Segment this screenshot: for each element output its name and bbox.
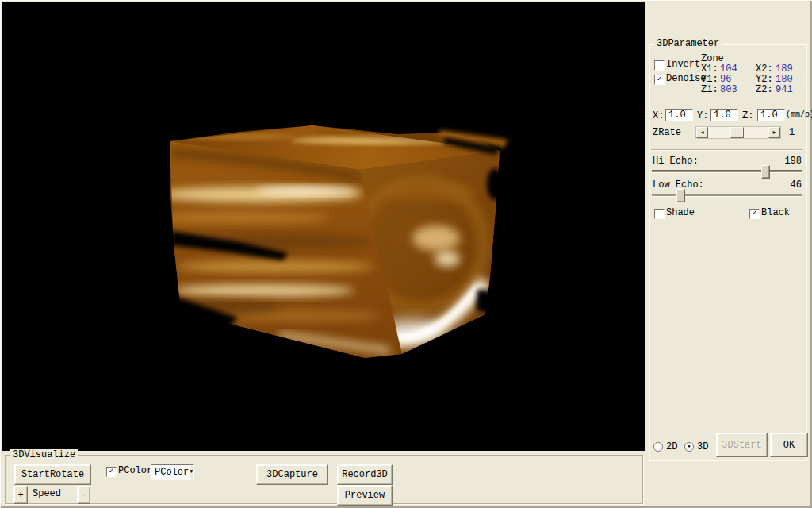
z-scale-label: Z: bbox=[742, 111, 753, 121]
parameter-group-title: 3DParameter bbox=[654, 38, 722, 49]
visualize-groupbox: 3DVisualize StartRotate + Speed - ✓ PCol… bbox=[5, 455, 643, 504]
mode-2d-radio[interactable] bbox=[653, 442, 663, 452]
zone-y1-label: Y1: bbox=[701, 75, 718, 84]
pcolor-label: PColor bbox=[118, 466, 152, 475]
y-scale-input[interactable] bbox=[710, 109, 738, 121]
mode-3d-radio[interactable]: ● bbox=[684, 442, 694, 452]
zone-x1-value: 104 bbox=[720, 64, 737, 74]
x-scale-input[interactable] bbox=[665, 109, 693, 121]
preview-button[interactable]: Preview bbox=[337, 485, 393, 506]
zrate-value: 1 bbox=[789, 128, 795, 137]
zone-x2-label: X2: bbox=[756, 64, 773, 74]
start-rotate-button[interactable]: StartRotate bbox=[14, 464, 91, 485]
zone-z1-value: 803 bbox=[720, 85, 737, 94]
chevron-down-icon[interactable]: ▼ bbox=[189, 465, 193, 479]
pcolor-dropdown-value: PColor bbox=[151, 466, 189, 479]
application-window: 3DParameter Invert ✓ Denoise Zone X1: 10… bbox=[0, 0, 812, 508]
separator-line bbox=[651, 149, 802, 151]
pcolor-checkbox[interactable]: ✓ bbox=[106, 467, 117, 477]
speed-plus-button[interactable]: + bbox=[13, 486, 28, 504]
hi-echo-label: Hi Echo: bbox=[653, 156, 699, 166]
parameter-groupbox: 3DParameter Invert ✓ Denoise Zone X1: 10… bbox=[649, 44, 806, 460]
visualize-group-title: 3DVisualize bbox=[10, 449, 78, 460]
shade-checkbox[interactable] bbox=[654, 209, 665, 219]
zone-z2-label: Z2: bbox=[756, 85, 773, 94]
speed-minus-button[interactable]: - bbox=[77, 486, 90, 504]
mode-3d-label: 3D bbox=[697, 442, 708, 452]
z-scale-input[interactable] bbox=[757, 109, 785, 121]
mode-2d-label: 2D bbox=[666, 442, 677, 452]
pcolor-dropdown[interactable]: PColor ▼ bbox=[151, 464, 194, 480]
zone-x2-value: 189 bbox=[776, 64, 793, 74]
render-viewport[interactable] bbox=[2, 2, 645, 451]
low-echo-slider-thumb[interactable] bbox=[676, 189, 685, 202]
zone-label: Zone bbox=[701, 54, 724, 64]
record3d-button[interactable]: Record3D bbox=[337, 464, 393, 485]
zone-z1-label: Z1: bbox=[701, 85, 718, 94]
zone-y2-value: 180 bbox=[776, 75, 793, 84]
zrate-scroll-right-icon[interactable]: ► bbox=[768, 127, 780, 138]
low-echo-slider-track[interactable] bbox=[652, 194, 802, 197]
scale-unit-label: (mm/p) bbox=[786, 110, 812, 120]
black-label: Black bbox=[761, 208, 790, 217]
start3d-button[interactable]: 3DStart bbox=[716, 433, 768, 457]
zrate-scrollbar[interactable]: ◄ ► bbox=[695, 126, 781, 139]
shade-label: Shade bbox=[666, 208, 695, 217]
invert-label: Invert bbox=[666, 60, 700, 69]
zrate-label: ZRate bbox=[653, 128, 681, 137]
zone-x1-label: X1: bbox=[701, 64, 718, 74]
parameter-panel: 3DParameter Invert ✓ Denoise Zone X1: 10… bbox=[645, 0, 812, 508]
black-checkbox[interactable]: ✓ bbox=[749, 209, 760, 219]
visualize-panel: 3DVisualize StartRotate + Speed - ✓ PCol… bbox=[0, 451, 645, 508]
speed-label: Speed bbox=[33, 489, 61, 498]
zone-y1-value: 96 bbox=[720, 75, 731, 84]
denoise-label: Denoise bbox=[666, 74, 706, 83]
zone-z2-value: 941 bbox=[776, 85, 793, 94]
x-scale-label: X: bbox=[653, 111, 664, 121]
low-echo-value: 46 bbox=[767, 180, 802, 190]
hi-echo-value: 198 bbox=[767, 156, 802, 166]
denoise-checkbox[interactable]: ✓ bbox=[654, 75, 665, 85]
zone-y2-label: Y2: bbox=[756, 75, 773, 84]
volume-render-3d bbox=[2, 2, 645, 451]
capture3d-button[interactable]: 3DCapture bbox=[256, 464, 328, 485]
zrate-scroll-thumb[interactable] bbox=[730, 127, 744, 138]
ok-button[interactable]: OK bbox=[770, 433, 808, 457]
hi-echo-slider-track[interactable] bbox=[652, 170, 802, 173]
y-scale-label: Y: bbox=[697, 111, 708, 121]
invert-checkbox[interactable] bbox=[654, 60, 665, 71]
hi-echo-slider-thumb[interactable] bbox=[761, 165, 770, 179]
zrate-scroll-left-icon[interactable]: ◄ bbox=[696, 127, 708, 138]
